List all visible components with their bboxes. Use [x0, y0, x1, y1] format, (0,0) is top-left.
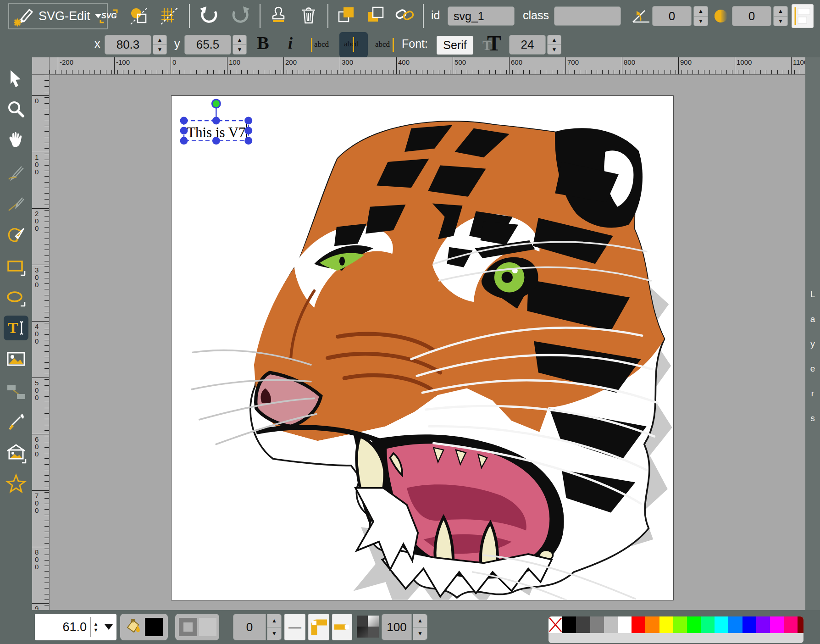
palette-scroll-strip[interactable]	[549, 633, 803, 643]
svg-text:T: T	[8, 319, 18, 336]
palette-swatch[interactable]	[562, 616, 576, 633]
wireframe-mode-button[interactable]	[127, 5, 150, 28]
text-anchor-end-button[interactable]: abcd	[372, 36, 397, 55]
tool-star[interactable]	[4, 472, 28, 496]
tool-shape-library[interactable]	[4, 441, 28, 466]
move-to-top-button[interactable]	[335, 4, 358, 27]
move-to-bottom-button[interactable]	[364, 4, 387, 27]
y-up-button[interactable]: ▲	[233, 35, 246, 45]
text-anchor-start-button[interactable]: abcd	[311, 36, 336, 55]
opacity-input[interactable]: 100	[382, 614, 412, 640]
fill-color-control[interactable]	[120, 614, 168, 640]
align-panel-button[interactable]	[792, 4, 814, 28]
palette-swatch[interactable]	[756, 616, 770, 633]
tool-eyedropper[interactable]	[4, 410, 28, 434]
tool-ellipse[interactable]	[4, 285, 28, 310]
linejoin-button[interactable]	[308, 614, 329, 640]
stroke-color-control[interactable]	[175, 614, 219, 640]
x-down-button[interactable]: ▼	[153, 45, 166, 54]
layers-title-char: e	[805, 356, 820, 381]
svg-canvas[interactable]: This is V7	[171, 95, 674, 600]
blur-down-button[interactable]: ▼	[774, 17, 787, 26]
zoom-preset-dropdown[interactable]	[101, 624, 116, 630]
stroke-paint-swatch[interactable]	[199, 618, 216, 636]
palette-swatch[interactable]	[784, 616, 798, 633]
font-family-button[interactable]: Serif	[437, 36, 473, 55]
palette-swatch[interactable]	[673, 616, 687, 633]
tool-image[interactable]	[4, 347, 28, 372]
h-ruler-label: 0	[172, 58, 176, 66]
palette-swatch[interactable]	[687, 616, 701, 633]
angle-input[interactable]: 0	[652, 6, 692, 26]
stroke-width-down-button[interactable]: ▼	[267, 627, 281, 640]
make-link-button[interactable]	[393, 4, 416, 27]
move-top-icon	[337, 6, 356, 25]
stroke-color-swatch[interactable]	[179, 618, 197, 636]
grid-snap-button[interactable]	[158, 5, 181, 28]
palette-swatch[interactable]	[590, 616, 604, 633]
blur-up-button[interactable]: ▲	[774, 6, 787, 17]
palette-swatch[interactable]	[798, 616, 803, 633]
main-menu-button[interactable]: SVG-Edit	[8, 3, 108, 29]
text-anchor-middle-button[interactable]: abcd	[339, 32, 368, 57]
font-size-down-button[interactable]: ▼	[548, 45, 561, 54]
clone-button[interactable]	[267, 4, 290, 27]
linecap-button[interactable]	[332, 614, 352, 640]
y-coordinate-input[interactable]: 65.5	[184, 35, 231, 55]
x-spinner: ▲ ▼	[153, 35, 167, 55]
source-editor-button[interactable]: SVG	[97, 5, 120, 28]
palette-swatch[interactable]	[645, 616, 659, 633]
palette-swatch[interactable]	[728, 616, 742, 633]
palette-swatch[interactable]	[770, 616, 784, 633]
tool-path[interactable]	[4, 223, 28, 248]
x-coordinate-input[interactable]: 80.3	[105, 35, 151, 55]
blur-input[interactable]: 0	[732, 6, 771, 26]
zoom-control[interactable]: 61.0 ▲▼	[35, 614, 116, 640]
palette-swatch-none[interactable]	[549, 616, 562, 633]
tool-pencil[interactable]	[4, 161, 28, 185]
palette-swatch[interactable]	[701, 616, 715, 633]
delete-button[interactable]	[297, 4, 320, 27]
font-size-input[interactable]: 24	[509, 35, 546, 55]
tool-text[interactable]: T	[4, 316, 28, 340]
element-class-input[interactable]	[554, 6, 621, 26]
palette-swatch[interactable]	[715, 616, 728, 633]
tool-select[interactable]	[4, 66, 28, 91]
palette-swatch[interactable]	[742, 616, 756, 633]
x-label: x	[94, 37, 100, 50]
fill-color-swatch[interactable]	[145, 618, 163, 636]
zoom-value[interactable]: 61.0	[35, 620, 90, 634]
angle-down-button[interactable]: ▼	[694, 17, 708, 26]
palette-swatch[interactable]	[604, 616, 618, 633]
y-down-button[interactable]: ▼	[233, 45, 246, 54]
stroke-width-input[interactable]: 0	[233, 614, 266, 640]
angle-up-button[interactable]: ▲	[694, 6, 708, 17]
line-icon	[6, 194, 26, 214]
stroke-width-up-button[interactable]: ▲	[267, 614, 281, 627]
redo-button[interactable]	[229, 4, 252, 27]
tool-connector[interactable]	[4, 380, 28, 405]
tool-rect[interactable]	[4, 255, 28, 279]
tool-pan[interactable]	[4, 128, 28, 153]
font-size-up-button[interactable]: ▲	[548, 35, 561, 45]
bold-button[interactable]: B	[257, 32, 269, 54]
palette-swatch[interactable]	[618, 616, 632, 633]
palette-swatch[interactable]	[659, 616, 673, 633]
shape-library-icon	[6, 443, 27, 464]
tiger-artwork[interactable]	[172, 96, 673, 600]
workspace[interactable]: This is V7	[50, 75, 805, 610]
opacity-up-button[interactable]: ▲	[413, 614, 427, 627]
zoom-spinner[interactable]: ▲▼	[91, 621, 101, 633]
stroke-dash-dropdown[interactable]: —	[284, 614, 305, 640]
palette-swatch[interactable]	[632, 616, 645, 633]
x-up-button[interactable]: ▲	[153, 35, 166, 45]
palette-swatch[interactable]	[576, 616, 590, 633]
tool-line[interactable]	[4, 192, 28, 217]
layers-panel-toggle[interactable]: Layers	[805, 57, 820, 610]
opacity-down-button[interactable]: ▼	[413, 627, 427, 640]
tool-zoom[interactable]	[4, 97, 28, 122]
text-context-toolbar: x 80.3 ▲ ▼ y 65.5 ▲ ▼ B i abcd abcd abcd…	[0, 32, 820, 57]
element-id-input[interactable]	[448, 6, 515, 26]
undo-button[interactable]	[197, 4, 220, 27]
italic-button[interactable]: i	[288, 33, 293, 53]
